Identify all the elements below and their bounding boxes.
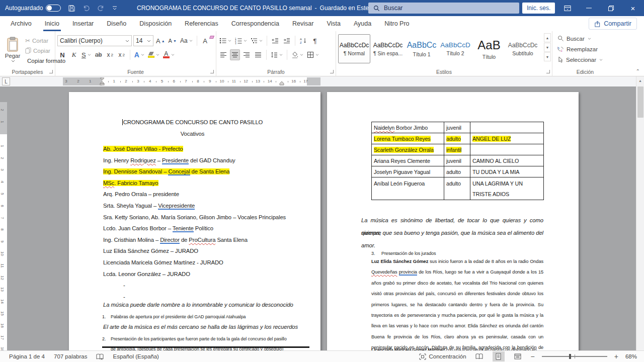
tab-nitro-pro[interactable]: Nitro Pro — [378, 16, 416, 31]
autosave-toggle[interactable]: Autoguardado — [5, 5, 61, 12]
table-cell[interactable]: Naidelyn Borbor Jimbo — [372, 122, 444, 133]
redo-icon[interactable] — [97, 5, 105, 12]
table-cell[interactable] — [470, 122, 544, 133]
select-button[interactable]: Seleccionar — [557, 54, 616, 65]
table-cell[interactable]: Aníbal León Figueroa — [372, 177, 444, 200]
tab-referencias[interactable]: Referencias — [178, 16, 225, 31]
font-dialog-launcher-icon[interactable] — [210, 70, 214, 73]
zoom-level[interactable]: 68% — [625, 353, 637, 359]
undo-icon[interactable] — [83, 5, 90, 12]
style-card-subtítulo[interactable]: AaBbCcDcSubtítulo — [507, 34, 539, 63]
language-indicator[interactable]: Español (España) — [113, 353, 158, 359]
tab-revisar[interactable]: Revisar — [286, 16, 320, 31]
tab-archivo[interactable]: Archivo — [4, 16, 38, 31]
focus-mode-button[interactable]: Concentración — [419, 353, 466, 360]
style-card--normal[interactable]: AaBbCcDc¶ Normal — [338, 34, 370, 63]
highlight-color-button[interactable] — [147, 49, 160, 60]
close-button[interactable]: × — [622, 0, 644, 16]
tab-insertar[interactable]: Insertar — [66, 16, 100, 31]
zoom-out-button[interactable]: − — [531, 352, 535, 360]
indent-markers-icon[interactable] — [100, 77, 105, 85]
styles-scroll-up-icon[interactable]: ▲ — [544, 33, 551, 42]
vertical-scrollbar[interactable]: ▲ — [636, 76, 644, 350]
decrease-indent-button[interactable] — [270, 35, 280, 46]
quick-access-menu-icon[interactable] — [112, 5, 118, 11]
tab-stop-selector[interactable]: L — [2, 77, 10, 85]
strikethrough-button[interactable]: ab — [94, 49, 104, 60]
sort-button[interactable]: AZ — [298, 35, 308, 46]
horizontal-ruler[interactable]: 32112345678910111213141617 — [63, 77, 320, 85]
copy-button[interactable]: Copiar — [25, 46, 53, 55]
shrink-font-button[interactable]: A▼ — [168, 35, 178, 46]
autosave-switch[interactable] — [46, 5, 61, 12]
style-card-título-1[interactable]: AaBbCcTítulo 1 — [406, 34, 438, 63]
italic-button[interactable]: K — [69, 49, 79, 60]
align-center-button[interactable] — [230, 49, 240, 60]
page-1[interactable]: CRONOGRAMA DE CONCURSO DE CANTO PASILLO … — [69, 92, 320, 350]
clear-formatting-button[interactable]: A — [200, 35, 210, 46]
show-formatting-button[interactable]: ¶ — [310, 35, 320, 46]
table-cell[interactable]: Ariana Reyes Clemente — [372, 155, 444, 166]
increase-indent-button[interactable] — [282, 35, 292, 46]
print-layout-button[interactable] — [493, 351, 505, 361]
align-left-button[interactable] — [218, 49, 228, 60]
table-cell[interactable]: Joselyn Piguave Yagual — [372, 166, 444, 177]
text-effects-button[interactable]: A — [133, 49, 145, 60]
web-layout-button[interactable] — [512, 351, 524, 361]
scroll-up-icon[interactable]: ▲ — [636, 76, 644, 84]
table-cell[interactable]: juvenil — [444, 122, 470, 133]
table-cell[interactable]: TU DUDA Y LA MIA — [470, 166, 544, 177]
shading-button[interactable] — [290, 49, 304, 60]
replace-button[interactable]: bc Reemplazar — [557, 44, 616, 54]
table-cell[interactable]: infantil — [444, 144, 470, 155]
clipboard-dialog-launcher-icon[interactable] — [49, 70, 53, 73]
format-painter-button[interactable]: Copiar formato — [25, 56, 53, 65]
zoom-in-button[interactable]: + — [614, 352, 618, 360]
paragraph-dialog-launcher-icon[interactable] — [330, 70, 334, 73]
search-input[interactable]: Buscar — [368, 3, 519, 14]
save-icon[interactable] — [68, 5, 75, 12]
font-size-combo[interactable]: 14 — [133, 35, 153, 46]
font-color-button[interactable]: A — [162, 49, 176, 60]
line-spacing-button[interactable] — [270, 49, 284, 60]
styles-more-icon[interactable]: ▼ — [544, 52, 551, 61]
table-cell[interactable]: Scarleth González Orrala — [372, 144, 444, 155]
word-count[interactable]: 707 palabras — [54, 353, 88, 359]
zoom-slider[interactable] — [542, 356, 607, 357]
tab-disposición[interactable]: Disposición — [133, 16, 178, 31]
proofing-status-icon[interactable] — [96, 353, 104, 360]
restore-button[interactable] — [600, 0, 622, 16]
subscript-button[interactable]: x2 — [105, 49, 115, 60]
tab-correspondencia[interactable]: Correspondencia — [225, 16, 286, 31]
share-button[interactable]: Compartir — [589, 18, 637, 30]
grow-font-button[interactable]: A▲ — [155, 35, 166, 46]
table-cell[interactable]: UNA LAGRIMA Y UN TRISTE ADIOS — [470, 177, 544, 200]
table-cell[interactable]: ANGEL DE LUZ — [470, 133, 544, 144]
find-button[interactable]: Buscar — [557, 33, 616, 44]
zoom-slider-thumb[interactable] — [569, 354, 571, 359]
right-indent-marker-icon[interactable] — [279, 81, 284, 85]
multilevel-list-button[interactable] — [250, 35, 264, 46]
table-cell[interactable]: adulto — [444, 177, 470, 200]
vertical-ruler[interactable]: 21123456789101112131415161718 — [0, 102, 7, 350]
table-cell[interactable]: CAMINO AL CIELO — [470, 155, 544, 166]
cut-button[interactable]: ✂Cortar — [25, 36, 53, 45]
minimize-button[interactable] — [578, 0, 600, 16]
bold-button[interactable]: N — [57, 49, 67, 60]
tab-ayuda[interactable]: Ayuda — [347, 16, 378, 31]
superscript-button[interactable]: x2 — [117, 49, 127, 60]
scrollbar-thumb[interactable] — [637, 86, 643, 118]
tab-inicio[interactable]: Inicio — [38, 16, 66, 31]
table-cell[interactable]: Lorena Tumbaco Reyes — [372, 133, 444, 144]
justify-button[interactable] — [253, 49, 263, 60]
bullets-button[interactable] — [218, 35, 232, 46]
styles-scroll-down-icon[interactable]: ▼ — [544, 43, 551, 52]
font-name-combo[interactable]: Calibri (Cuerpo) — [57, 35, 132, 46]
collapse-ribbon-icon[interactable]: ⌃ — [636, 68, 640, 74]
style-card-título-2[interactable]: AaBbCcDTítulo 2 — [439, 34, 471, 63]
table-cell[interactable] — [470, 144, 544, 155]
page-2[interactable]: Naidelyn Borbor JimbojuvenilLorena Tumba… — [327, 92, 579, 350]
table-cell[interactable]: juvenil — [444, 155, 470, 166]
paste-button[interactable]: Pegar — [2, 33, 23, 65]
styles-dialog-launcher-icon[interactable] — [546, 70, 550, 73]
